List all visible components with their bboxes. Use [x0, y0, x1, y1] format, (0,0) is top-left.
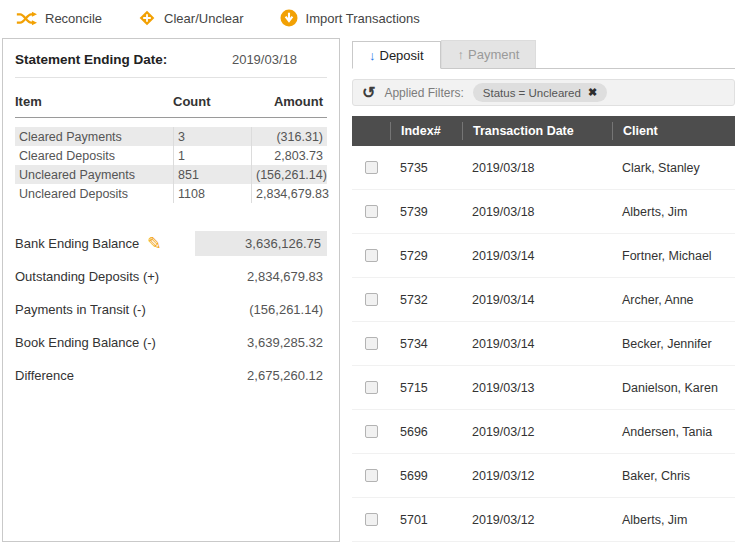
col-client: Client — [612, 122, 735, 140]
transaction-tabs: ↓ Deposit ↑ Payment — [352, 40, 735, 69]
import-transactions-label: Import Transactions — [306, 11, 420, 26]
row-checkbox[interactable] — [365, 425, 378, 438]
item-amount: (316.31) — [251, 127, 327, 146]
summary-row-cleared-deposits: Cleared Deposits 1 2,803.73 — [15, 146, 327, 165]
applied-filters-label: Applied Filters: — [384, 86, 463, 100]
tab-deposit[interactable]: ↓ Deposit — [352, 41, 441, 69]
summary-totals: Bank Ending Balance ✎ 3,636,126.75 Outst… — [15, 227, 327, 392]
row-checkbox[interactable] — [365, 381, 378, 394]
statement-ending-date-value[interactable]: 2019/03/18 — [232, 52, 297, 67]
cell-date: 2019/03/14 — [462, 337, 612, 351]
tab-payment-label: Payment — [468, 47, 519, 62]
item-name: Cleared Payments — [15, 127, 173, 146]
cell-client: Danielson, Karen — [612, 381, 735, 395]
col-transaction-date: Transaction Date — [462, 122, 612, 140]
table-row[interactable]: 5735 2019/03/18 Clark, Stanley — [352, 146, 735, 190]
cell-index: 5699 — [390, 469, 462, 483]
row-checkbox[interactable] — [365, 249, 378, 262]
row-checkbox[interactable] — [365, 293, 378, 306]
cell-index: 5739 — [390, 205, 462, 219]
col-amount: Amount — [251, 94, 327, 109]
cell-client: Alberts, Jim — [612, 513, 735, 527]
item-name: Uncleared Deposits — [15, 184, 173, 203]
total-row-payments-in-transit: Payments in Transit (-) (156,261.14) — [15, 293, 327, 326]
cell-index: 5701 — [390, 513, 462, 527]
reconcile-button[interactable]: Reconcile — [16, 10, 102, 27]
cell-index: 5696 — [390, 425, 462, 439]
table-row[interactable]: 5715 2019/03/13 Danielson, Karen — [352, 366, 735, 410]
outstanding-deposits-label: Outstanding Deposits (+) — [15, 269, 159, 284]
item-name: Uncleared Payments — [15, 165, 173, 184]
cell-client: Baker, Chris — [612, 469, 735, 483]
transactions-table: Index# Transaction Date Client 5735 2019… — [352, 116, 735, 542]
cell-index: 5729 — [390, 249, 462, 263]
cell-index: 5734 — [390, 337, 462, 351]
transactions-table-header: Index# Transaction Date Client — [352, 116, 735, 146]
statement-ending-date-row: Statement Ending Date: 2019/03/18 — [15, 50, 327, 78]
col-count: Count — [173, 94, 251, 109]
reconcile-label: Reconcile — [45, 11, 102, 26]
edit-pencil-icon[interactable]: ✎ — [147, 235, 161, 252]
clear-unclear-label: Clear/Unclear — [164, 11, 243, 26]
remove-filter-icon[interactable]: ✖ — [588, 86, 597, 99]
statement-ending-date-label: Statement Ending Date: — [15, 52, 167, 67]
item-count: 851 — [173, 165, 251, 184]
bank-ending-balance-value[interactable]: 3,636,126.75 — [195, 231, 327, 256]
item-amount: 2,834,679.83 — [251, 184, 333, 203]
row-checkbox[interactable] — [365, 161, 378, 174]
table-row[interactable]: 5701 2019/03/12 Alberts, Jim — [352, 498, 735, 542]
cell-index: 5732 — [390, 293, 462, 307]
clear-unclear-diamond-icon — [138, 9, 156, 27]
outstanding-deposits-value: 2,834,679.83 — [195, 269, 327, 284]
payments-in-transit-value: (156,261.14) — [195, 302, 327, 317]
row-checkbox[interactable] — [365, 337, 378, 350]
row-checkbox[interactable] — [365, 205, 378, 218]
item-count: 3 — [173, 127, 251, 146]
table-row[interactable]: 5734 2019/03/14 Becker, Jennifer — [352, 322, 735, 366]
payments-in-transit-label: Payments in Transit (-) — [15, 302, 146, 317]
item-amount: (156,261.14) — [251, 165, 331, 184]
summary-row-uncleared-payments: Uncleared Payments 851 (156,261.14) — [15, 165, 327, 184]
cell-index: 5735 — [390, 161, 462, 175]
cell-client: Archer, Anne — [612, 293, 735, 307]
bank-ending-balance-label: Bank Ending Balance — [15, 236, 139, 251]
difference-label: Difference — [15, 368, 74, 383]
col-item: Item — [15, 94, 173, 109]
cell-date: 2019/03/14 — [462, 293, 612, 307]
col-checkbox — [352, 122, 390, 140]
cell-date: 2019/03/12 — [462, 425, 612, 439]
cell-date: 2019/03/12 — [462, 513, 612, 527]
book-ending-balance-value: 3,639,285.32 — [195, 335, 327, 350]
filter-pill-status-uncleared: Status = Uncleared ✖ — [473, 83, 607, 102]
summary-table-header: Item Count Amount — [15, 88, 327, 118]
item-count: 1 — [173, 146, 251, 165]
col-index: Index# — [390, 122, 462, 140]
import-transactions-button[interactable]: Import Transactions — [280, 9, 420, 27]
row-checkbox[interactable] — [365, 469, 378, 482]
summary-row-cleared-payments: Cleared Payments 3 (316.31) — [15, 127, 327, 146]
reset-filters-icon[interactable]: ↺ — [362, 85, 375, 101]
summary-items-table: Item Count Amount Cleared Payments 3 (31… — [15, 88, 327, 203]
cell-date: 2019/03/18 — [462, 205, 612, 219]
filter-pill-text: Status = Uncleared — [483, 87, 581, 99]
table-row[interactable]: 5732 2019/03/14 Archer, Anne — [352, 278, 735, 322]
cell-date: 2019/03/14 — [462, 249, 612, 263]
cell-index: 5715 — [390, 381, 462, 395]
cell-date: 2019/03/13 — [462, 381, 612, 395]
tab-payment[interactable]: ↑ Payment — [441, 40, 537, 68]
total-row-book-ending-balance: Book Ending Balance (-) 3,639,285.32 — [15, 326, 327, 359]
table-row[interactable]: 5696 2019/03/12 Andersen, Tania — [352, 410, 735, 454]
row-checkbox[interactable] — [365, 513, 378, 526]
reconciliation-summary-panel: Statement Ending Date: 2019/03/18 Item C… — [2, 38, 340, 542]
tab-deposit-label: Deposit — [380, 48, 424, 63]
cell-client: Alberts, Jim — [612, 205, 735, 219]
toolbar: Reconcile Clear/Unclear Import Transacti… — [0, 0, 735, 36]
table-row[interactable]: 5739 2019/03/18 Alberts, Jim — [352, 190, 735, 234]
table-row[interactable]: 5699 2019/03/12 Baker, Chris — [352, 454, 735, 498]
clear-unclear-button[interactable]: Clear/Unclear — [138, 9, 243, 27]
payment-up-arrow-icon: ↑ — [458, 47, 465, 62]
cell-date: 2019/03/12 — [462, 469, 612, 483]
table-row[interactable]: 5729 2019/03/14 Fortner, Michael — [352, 234, 735, 278]
difference-value: 2,675,260.12 — [195, 368, 327, 383]
item-count: 1108 — [173, 184, 251, 203]
